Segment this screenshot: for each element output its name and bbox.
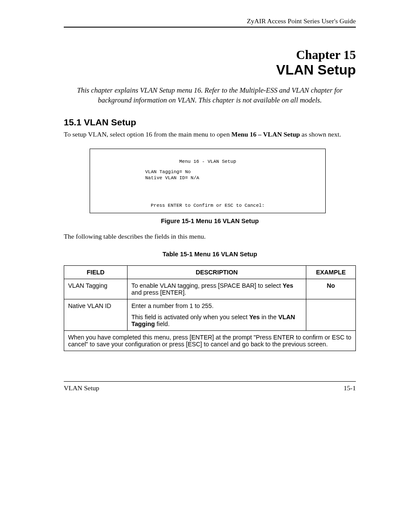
desc-bold: Yes (283, 282, 293, 289)
section-paragraph: To setup VLAN, select option 16 from the… (64, 130, 356, 139)
chapter-title: VLAN Setup (64, 62, 356, 78)
fields-table: FIELD DESCRIPTION EXAMPLE VLAN Tagging T… (64, 265, 356, 351)
section-para-bold: Menu 16 – VLAN Setup (231, 131, 300, 138)
desc-para-1: Enter a number from 1 to 255. (131, 302, 302, 309)
desc-para-2: This field is activated only when you se… (131, 314, 302, 327)
terminal-line-1: VLAN Tagging= No (145, 169, 321, 175)
chapter-label: Chapter 15 (64, 48, 356, 61)
th-description: DESCRIPTION (128, 265, 306, 279)
terminal-screenshot: Menu 16 - VLAN Setup VLAN Tagging= No Na… (90, 149, 326, 213)
terminal-footer: Press ENTER to Confirm or ESC to Cancel: (90, 202, 325, 208)
header-rule (64, 27, 356, 28)
desc-bold: Yes (249, 314, 260, 320)
footer-rule (64, 381, 356, 382)
figure-caption: Figure 15-1 Menu 16 VLAN Setup (64, 218, 356, 224)
table-row: VLAN Tagging To enable VLAN tagging, pre… (64, 279, 356, 299)
chapter-intro: This chapter explains VLAN Setup menu 16… (64, 86, 356, 105)
terminal-title: Menu 16 - VLAN Setup (94, 159, 321, 165)
desc-text: This field is activated only when you se… (131, 314, 249, 320)
terminal-line-2: Native VLAN ID= N/A (145, 175, 321, 181)
footer-left: VLAN Setup (64, 384, 99, 392)
th-example: EXAMPLE (306, 265, 356, 279)
header-guide-title: ZyAIR Access Point Series User's Guide (64, 17, 356, 25)
table-footer-note: When you have completed this menu, press… (64, 330, 356, 351)
desc-text: field. (155, 320, 170, 327)
section-para-pre: To setup VLAN, select option 16 from the… (64, 131, 231, 138)
cell-example (306, 299, 356, 330)
desc-text: To enable VLAN tagging, press [SPACE BAR… (131, 282, 283, 289)
desc-text: in the (260, 314, 278, 320)
footer-right: 15-1 (344, 384, 356, 392)
cell-field: VLAN Tagging (64, 279, 128, 299)
cell-example: No (306, 279, 356, 299)
table-row: Native VLAN ID Enter a number from 1 to … (64, 299, 356, 330)
table-caption: Table 15-1 Menu 16 VLAN Setup (64, 251, 356, 258)
section-para-post: as shown next. (300, 131, 341, 138)
desc-text: and press [ENTER]. (131, 289, 186, 296)
table-footer-row: When you have completed this menu, press… (64, 330, 356, 351)
section-heading: 15.1 VLAN Setup (64, 117, 356, 128)
cell-field: Native VLAN ID (64, 299, 128, 330)
table-intro: The following table describes the fields… (64, 232, 356, 241)
cell-description: To enable VLAN tagging, press [SPACE BAR… (128, 279, 306, 299)
th-field: FIELD (64, 265, 128, 279)
cell-description: Enter a number from 1 to 255. This field… (128, 299, 306, 330)
